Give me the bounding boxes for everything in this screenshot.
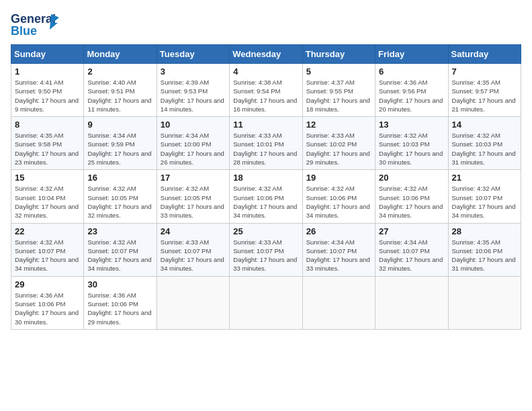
calendar-cell: 6Sunrise: 4:36 AMSunset: 9:56 PMDaylight… — [375, 64, 448, 117]
calendar-cell: 20Sunrise: 4:32 AMSunset: 10:06 PMDaylig… — [375, 170, 448, 223]
day-number: 29 — [15, 279, 80, 289]
calendar-cell: 5Sunrise: 4:37 AMSunset: 9:55 PMDaylight… — [302, 64, 375, 117]
calendar-cell: 28Sunrise: 4:35 AMSunset: 10:06 PMDaylig… — [448, 223, 521, 276]
day-info: Sunrise: 4:32 AMSunset: 10:06 PMDaylight… — [379, 184, 444, 220]
day-info: Sunrise: 4:33 AMSunset: 10:07 PMDaylight… — [233, 238, 298, 273]
day-number: 5 — [306, 66, 371, 77]
calendar-cell: 7Sunrise: 4:35 AMSunset: 9:57 PMDaylight… — [448, 64, 521, 117]
calendar-cell: 13Sunrise: 4:32 AMSunset: 10:03 PMDaylig… — [375, 117, 448, 170]
header-day-saturday: Saturday — [448, 45, 521, 64]
day-number: 8 — [15, 120, 80, 130]
calendar-week-row: 29Sunrise: 4:36 AMSunset: 10:06 PMDaylig… — [11, 276, 521, 329]
calendar-cell: 26Sunrise: 4:34 AMSunset: 10:07 PMDaylig… — [302, 223, 375, 276]
day-number: 16 — [87, 173, 152, 183]
day-info: Sunrise: 4:35 AMSunset: 10:06 PMDaylight… — [452, 238, 517, 273]
calendar-cell: 12Sunrise: 4:33 AMSunset: 10:02 PMDaylig… — [302, 117, 375, 170]
day-number: 19 — [306, 173, 371, 183]
calendar-cell: 30Sunrise: 4:36 AMSunset: 10:06 PMDaylig… — [84, 276, 157, 329]
day-info: Sunrise: 4:39 AMSunset: 9:53 PMDaylight:… — [161, 78, 226, 113]
day-info: Sunrise: 4:36 AMSunset: 10:06 PMDaylight… — [15, 291, 80, 326]
day-info: Sunrise: 4:32 AMSunset: 10:05 PMDaylight… — [161, 184, 226, 220]
day-number: 27 — [379, 226, 444, 236]
day-number: 10 — [161, 120, 226, 130]
header-day-friday: Friday — [375, 45, 448, 64]
calendar-cell: 9Sunrise: 4:34 AMSunset: 9:59 PMDaylight… — [84, 117, 157, 170]
day-info: Sunrise: 4:32 AMSunset: 10:05 PMDaylight… — [87, 184, 152, 220]
day-info: Sunrise: 4:32 AMSunset: 10:03 PMDaylight… — [379, 131, 444, 167]
calendar-cell: 16Sunrise: 4:32 AMSunset: 10:05 PMDaylig… — [84, 170, 157, 223]
day-number: 9 — [87, 120, 152, 130]
calendar-week-row: 8Sunrise: 4:35 AMSunset: 9:58 PMDaylight… — [11, 117, 521, 170]
calendar-cell: 22Sunrise: 4:32 AMSunset: 10:07 PMDaylig… — [11, 223, 84, 276]
calendar-cell: 3Sunrise: 4:39 AMSunset: 9:53 PMDaylight… — [157, 64, 229, 117]
calendar-cell: 10Sunrise: 4:34 AMSunset: 10:00 PMDaylig… — [157, 117, 229, 170]
calendar-cell: 14Sunrise: 4:32 AMSunset: 10:03 PMDaylig… — [448, 117, 521, 170]
calendar-cell: 23Sunrise: 4:32 AMSunset: 10:07 PMDaylig… — [84, 223, 157, 276]
header-day-wednesday: Wednesday — [230, 45, 302, 64]
day-number: 25 — [233, 226, 298, 236]
day-number: 23 — [87, 226, 152, 236]
day-info: Sunrise: 4:35 AMSunset: 9:57 PMDaylight:… — [452, 78, 517, 113]
day-number: 3 — [161, 66, 226, 77]
day-info: Sunrise: 4:32 AMSunset: 10:06 PMDaylight… — [306, 184, 371, 220]
day-info: Sunrise: 4:32 AMSunset: 10:07 PMDaylight… — [87, 238, 152, 273]
day-number: 6 — [379, 66, 444, 77]
svg-text:Blue: Blue — [11, 24, 37, 38]
day-info: Sunrise: 4:32 AMSunset: 10:06 PMDaylight… — [233, 184, 298, 220]
day-number: 4 — [233, 66, 298, 77]
calendar-cell: 19Sunrise: 4:32 AMSunset: 10:06 PMDaylig… — [302, 170, 375, 223]
day-number: 1 — [15, 66, 80, 77]
day-number: 11 — [233, 120, 298, 130]
calendar-cell: 1Sunrise: 4:41 AMSunset: 9:50 PMDaylight… — [11, 64, 84, 117]
day-number: 21 — [452, 173, 517, 183]
day-info: Sunrise: 4:32 AMSunset: 10:04 PMDaylight… — [15, 184, 80, 220]
calendar-cell: 15Sunrise: 4:32 AMSunset: 10:04 PMDaylig… — [11, 170, 84, 223]
day-info: Sunrise: 4:35 AMSunset: 9:58 PMDaylight:… — [15, 131, 80, 167]
day-info: Sunrise: 4:33 AMSunset: 10:02 PMDaylight… — [306, 131, 371, 167]
day-info: Sunrise: 4:33 AMSunset: 10:01 PMDaylight… — [233, 131, 298, 167]
svg-text:General: General — [11, 12, 56, 26]
day-number: 20 — [379, 173, 444, 183]
calendar-table: SundayMondayTuesdayWednesdayThursdayFrid… — [11, 44, 521, 330]
day-info: Sunrise: 4:38 AMSunset: 9:54 PMDaylight:… — [233, 78, 298, 113]
day-number: 12 — [306, 120, 371, 130]
calendar-cell: 27Sunrise: 4:34 AMSunset: 10:07 PMDaylig… — [375, 223, 448, 276]
calendar-cell — [157, 276, 229, 329]
day-number: 2 — [87, 66, 152, 77]
day-number: 28 — [452, 226, 517, 236]
header-day-monday: Monday — [84, 45, 157, 64]
calendar-cell — [302, 276, 375, 329]
calendar-week-row: 15Sunrise: 4:32 AMSunset: 10:04 PMDaylig… — [11, 170, 521, 223]
day-info: Sunrise: 4:32 AMSunset: 10:07 PMDaylight… — [15, 238, 80, 273]
calendar-week-row: 22Sunrise: 4:32 AMSunset: 10:07 PMDaylig… — [11, 223, 521, 276]
calendar-header-row: SundayMondayTuesdayWednesdayThursdayFrid… — [11, 45, 521, 64]
logo: GeneralBlue — [11, 11, 64, 38]
calendar-cell: 29Sunrise: 4:36 AMSunset: 10:06 PMDaylig… — [11, 276, 84, 329]
calendar-cell — [448, 276, 521, 329]
general-blue-logo: GeneralBlue — [11, 11, 64, 38]
day-number: 30 — [87, 279, 152, 289]
page-header: GeneralBlue — [11, 11, 521, 38]
day-number: 18 — [233, 173, 298, 183]
calendar-cell: 8Sunrise: 4:35 AMSunset: 9:58 PMDaylight… — [11, 117, 84, 170]
header-day-sunday: Sunday — [11, 45, 84, 64]
calendar-cell — [375, 276, 448, 329]
day-info: Sunrise: 4:34 AMSunset: 10:07 PMDaylight… — [379, 238, 444, 273]
day-number: 22 — [15, 226, 80, 236]
day-number: 26 — [306, 226, 371, 236]
calendar-cell: 4Sunrise: 4:38 AMSunset: 9:54 PMDaylight… — [230, 64, 302, 117]
day-number: 17 — [161, 173, 226, 183]
header-day-tuesday: Tuesday — [157, 45, 229, 64]
day-info: Sunrise: 4:34 AMSunset: 10:00 PMDaylight… — [161, 131, 226, 167]
day-number: 13 — [379, 120, 444, 130]
day-info: Sunrise: 4:36 AMSunset: 9:56 PMDaylight:… — [379, 78, 444, 113]
day-info: Sunrise: 4:37 AMSunset: 9:55 PMDaylight:… — [306, 78, 371, 113]
calendar-cell: 11Sunrise: 4:33 AMSunset: 10:01 PMDaylig… — [230, 117, 302, 170]
day-number: 7 — [452, 66, 517, 77]
calendar-cell: 21Sunrise: 4:32 AMSunset: 10:07 PMDaylig… — [448, 170, 521, 223]
calendar-cell — [230, 276, 302, 329]
calendar-cell: 17Sunrise: 4:32 AMSunset: 10:05 PMDaylig… — [157, 170, 229, 223]
calendar-week-row: 1Sunrise: 4:41 AMSunset: 9:50 PMDaylight… — [11, 64, 521, 117]
day-info: Sunrise: 4:34 AMSunset: 9:59 PMDaylight:… — [87, 131, 152, 167]
day-info: Sunrise: 4:34 AMSunset: 10:07 PMDaylight… — [306, 238, 371, 273]
